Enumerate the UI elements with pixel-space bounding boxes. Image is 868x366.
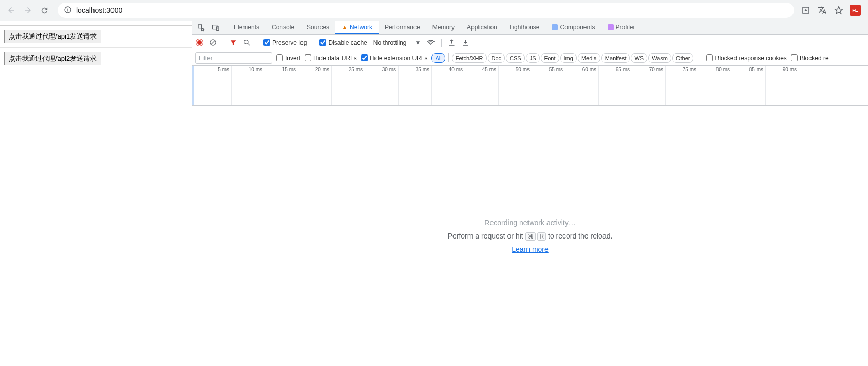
svg-line-8 — [248, 43, 250, 45]
network-filterbar: Invert Hide data URLs Hide extension URL… — [192, 50, 868, 66]
back-button[interactable] — [4, 3, 18, 17]
timeline-tick: 70 ms — [632, 66, 666, 105]
api1-request-button[interactable]: 点击我通过代理/api1发送请求 — [4, 30, 101, 43]
install-icon[interactable] — [800, 5, 812, 16]
chip-wasm[interactable]: Wasm — [648, 53, 671, 63]
chip-css[interactable]: CSS — [506, 53, 525, 63]
tab-sources[interactable]: Sources — [300, 21, 335, 34]
devtools-panel: Elements Console Sources ▲Network Perfor… — [192, 21, 868, 366]
chip-manifest[interactable]: Manifest — [601, 53, 630, 63]
network-empty-state: Recording network activity… Perform a re… — [192, 106, 868, 366]
tab-elements[interactable]: Elements — [228, 21, 266, 34]
clear-button[interactable] — [209, 39, 217, 46]
reload-button[interactable] — [37, 3, 51, 17]
toolbar-right-icons: FE — [800, 5, 864, 16]
chip-img[interactable]: Img — [560, 53, 577, 63]
browser-toolbar: localhost:3000 FE — [0, 0, 868, 21]
page-content: 点击我通过代理/api1发送请求 点击我通过代理/api2发送请求 — [0, 21, 192, 366]
timeline-tick: 55 ms — [532, 66, 565, 105]
tab-console[interactable]: Console — [266, 21, 300, 34]
main-split: 点击我通过代理/api1发送请求 点击我通过代理/api2发送请求 Elemen… — [0, 21, 868, 366]
hide-data-urls-checkbox[interactable]: Hide data URLs — [305, 54, 357, 62]
timeline-tick: 50 ms — [499, 66, 532, 105]
svg-rect-1 — [67, 9, 68, 11]
chip-ws[interactable]: WS — [631, 53, 647, 63]
address-bar[interactable]: localhost:3000 — [58, 3, 794, 18]
url-text: localhost:3000 — [76, 6, 122, 14]
timeline-tick: 85 ms — [732, 66, 766, 105]
chevron-down-icon: ▼ — [414, 39, 421, 46]
timeline-tick: 30 ms — [365, 66, 399, 105]
svg-point-7 — [244, 40, 249, 44]
filter-toggle-icon[interactable] — [230, 39, 237, 46]
empty-subtitle: Perform a request or hit ⌘ R to record t… — [448, 232, 613, 240]
kbd-cmd: ⌘ — [525, 232, 536, 241]
tab-lighthouse[interactable]: Lighthouse — [503, 21, 546, 34]
blocked-cookies-checkbox[interactable]: Blocked response cookies — [706, 54, 786, 62]
chip-all[interactable]: All — [431, 53, 445, 63]
svg-point-9 — [430, 44, 431, 45]
kbd-r: R — [537, 232, 546, 241]
invert-checkbox[interactable]: Invert — [276, 54, 300, 62]
warning-icon: ▲ — [342, 24, 348, 31]
tab-performance[interactable]: Performance — [379, 21, 426, 34]
arrow-left-icon — [7, 6, 16, 15]
tab-network[interactable]: ▲Network — [335, 21, 379, 34]
timeline-tick: 5 ms — [198, 66, 232, 105]
devtools-tabstrip: Elements Console Sources ▲Network Perfor… — [192, 21, 868, 35]
bookmark-star-icon[interactable] — [833, 5, 844, 16]
chip-js[interactable]: JS — [526, 53, 540, 63]
react-components-icon — [552, 24, 558, 30]
tab-memory[interactable]: Memory — [426, 21, 461, 34]
timeline-tick: 25 ms — [332, 66, 365, 105]
export-har-icon[interactable] — [462, 39, 469, 46]
timeline-tick: 15 ms — [265, 66, 298, 105]
search-icon[interactable] — [243, 39, 251, 46]
hide-extension-urls-checkbox[interactable]: Hide extension URLs — [361, 54, 428, 62]
site-info-icon[interactable] — [64, 6, 72, 15]
blocked-requests-checkbox[interactable]: Blocked re — [791, 54, 829, 62]
tab-profiler[interactable]: Profiler — [601, 21, 641, 34]
react-profiler-icon — [608, 24, 614, 30]
preserve-log-checkbox[interactable]: Preserve log — [263, 39, 307, 46]
chip-fetch-xhr[interactable]: Fetch/XHR — [452, 53, 487, 63]
svg-line-6 — [211, 41, 215, 45]
device-toolbar-icon[interactable] — [209, 21, 223, 34]
timeline-tick: 90 ms — [766, 66, 799, 105]
learn-more-link[interactable]: Learn more — [512, 245, 549, 253]
timeline-tick: 80 ms — [699, 66, 732, 105]
svg-rect-2 — [67, 8, 68, 8]
reload-icon — [40, 6, 49, 15]
timeline-tick: 35 ms — [399, 66, 432, 105]
timeline-tick: 10 ms — [232, 66, 265, 105]
timeline-tick: 45 ms — [465, 66, 499, 105]
record-button[interactable] — [196, 39, 203, 46]
chip-doc[interactable]: Doc — [488, 53, 505, 63]
timeline-tick: 75 ms — [666, 66, 699, 105]
import-har-icon[interactable] — [448, 39, 456, 46]
tab-components[interactable]: Components — [545, 21, 601, 34]
timeline-tick: 60 ms — [565, 66, 599, 105]
network-conditions-icon[interactable] — [427, 39, 435, 47]
disable-cache-checkbox[interactable]: Disable cache — [319, 39, 367, 46]
extension-icon[interactable]: FE — [850, 5, 861, 16]
chip-other[interactable]: Other — [672, 53, 694, 63]
filter-input[interactable] — [195, 52, 272, 64]
network-timeline[interactable]: 5 ms10 ms15 ms20 ms25 ms30 ms35 ms40 ms4… — [192, 66, 868, 106]
chip-font[interactable]: Font — [541, 53, 559, 63]
inspect-element-icon[interactable] — [194, 21, 209, 34]
tab-application[interactable]: Application — [461, 21, 503, 34]
arrow-right-icon — [23, 6, 32, 15]
forward-button[interactable] — [21, 3, 35, 17]
timeline-tick: 40 ms — [432, 66, 465, 105]
network-toolbar: Preserve log Disable cache No throttling… — [192, 35, 868, 50]
api2-request-button[interactable]: 点击我通过代理/api2发送请求 — [4, 52, 101, 65]
resource-type-chips: All Fetch/XHR Doc CSS JS Font Img Media … — [431, 53, 693, 63]
throttling-select[interactable]: No throttling▼ — [373, 39, 421, 46]
timeline-tick: 20 ms — [298, 66, 332, 105]
chip-media[interactable]: Media — [578, 53, 600, 63]
empty-title: Recording network activity… — [484, 218, 575, 227]
timeline-tick: 65 ms — [599, 66, 632, 105]
translate-icon[interactable] — [817, 5, 828, 16]
